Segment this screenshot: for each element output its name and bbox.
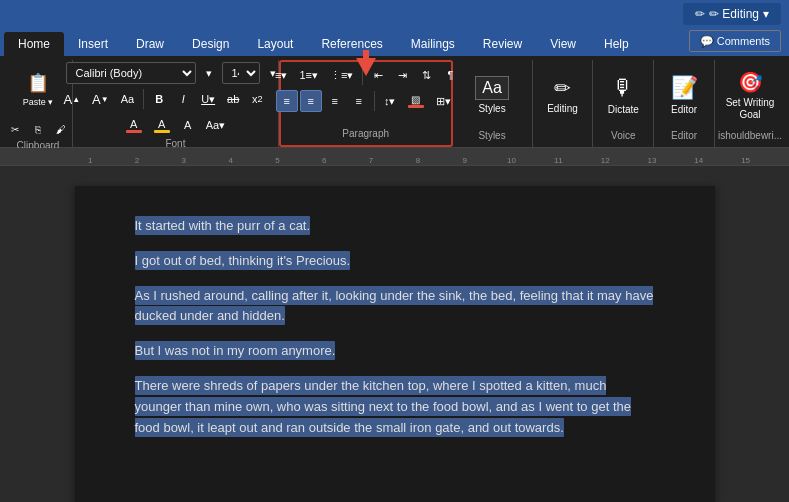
italic-button[interactable]: I [172, 88, 194, 110]
increase-indent-button[interactable]: ⇥ [391, 64, 413, 86]
ruler-mark: 4 [207, 157, 254, 165]
editing-button[interactable]: ✏ Editing [533, 62, 591, 128]
ruler-mark: 14 [675, 157, 722, 165]
text-effects-button[interactable]: A [177, 114, 199, 136]
ruler-mark: 5 [254, 157, 301, 165]
dictate-button[interactable]: 🎙 Dictate [594, 62, 652, 128]
ruler-mark: 7 [348, 157, 395, 165]
highlight-color-button[interactable]: A [149, 114, 175, 136]
decrease-font-button[interactable]: A▼ [87, 88, 114, 110]
show-formatting-button[interactable]: ¶ [439, 64, 461, 86]
increase-font-button[interactable]: A▲ [59, 88, 86, 110]
ruler-mark: 3 [160, 157, 207, 165]
editor-group-label: Editor [671, 130, 697, 145]
ruler-mark: 11 [535, 157, 582, 165]
ruler: 1 2 3 4 5 6 7 8 9 10 11 12 13 14 15 [0, 148, 789, 166]
microphone-icon: 🎙 [612, 75, 634, 101]
ruler-mark: 10 [488, 157, 535, 165]
writing-goal-button[interactable]: 🎯 Set Writing Goal [716, 62, 784, 128]
font-size-select[interactable]: 14 [222, 62, 260, 84]
cut-button[interactable]: ✂ [4, 120, 26, 138]
bullets-button[interactable]: ≡▾ [270, 64, 292, 86]
underline-button[interactable]: U▾ [196, 88, 220, 110]
borders-button[interactable]: ⊞▾ [431, 90, 456, 112]
editor-icon: 📝 [671, 75, 698, 101]
selected-text-5: There were shreds of papers under the ki… [135, 376, 631, 437]
ribbon-group-editing: ✏ Editing [533, 60, 594, 147]
align-center-button[interactable]: ≡ [300, 90, 322, 112]
tab-review[interactable]: Review [469, 32, 536, 56]
ribbon-group-editor: 📝 Editor Editor [654, 60, 715, 147]
line-spacing-button[interactable]: ↕▾ [379, 90, 401, 112]
strikethrough-button[interactable]: ab [222, 88, 244, 110]
styles-icon: Aa [475, 76, 509, 100]
comments-button[interactable]: 💬 Comments [689, 30, 781, 52]
copy-button[interactable]: ⎘ [27, 120, 49, 138]
ribbon-group-paragraph: ≡▾ 1≡▾ ⋮≡▾ ⇤ ⇥ ⇅ ¶ ≡ ≡ ≡ ≡ ↕▾ ▧ ⊞▾ Parag… [279, 60, 453, 147]
align-left-button[interactable]: ≡ [276, 90, 298, 112]
ruler-mark: 15 [722, 157, 769, 165]
editing-mode-indicator[interactable]: ✏ ✏ Editing ▾ [683, 3, 781, 25]
selected-text-1: It started with the purr of a cat. [135, 216, 311, 235]
title-bar: ✏ ✏ Editing ▾ [0, 0, 789, 28]
styles-button[interactable]: Aa Styles [457, 62, 527, 128]
ruler-mark: 2 [114, 157, 161, 165]
tab-insert[interactable]: Insert [64, 32, 122, 56]
multilevel-list-button[interactable]: ⋮≡▾ [325, 64, 358, 86]
document-area[interactable]: It started with the purr of a cat. I got… [0, 166, 789, 502]
paragraph-3: As I rushed around, calling after it, lo… [135, 286, 655, 328]
ribbon: 📋 Paste ▾ ✂ ⎘ 🖌 Clipboard Calibri (Body)… [0, 56, 789, 148]
selected-text-4: But I was not in my room anymore. [135, 341, 336, 360]
ruler-mark: 13 [629, 157, 676, 165]
tab-design[interactable]: Design [178, 32, 243, 56]
tab-help[interactable]: Help [590, 32, 643, 56]
decrease-indent-button[interactable]: ⇤ [367, 64, 389, 86]
editing-label: ✏ Editing [709, 7, 759, 21]
numbering-button[interactable]: 1≡▾ [294, 64, 323, 86]
tab-layout[interactable]: Layout [243, 32, 307, 56]
editing-caret-icon: ▾ [763, 7, 769, 21]
font-name-caret[interactable]: ▾ [198, 62, 220, 84]
justify-button[interactable]: ≡ [348, 90, 370, 112]
tab-home[interactable]: Home [4, 32, 64, 56]
ruler-mark: 1 [67, 157, 114, 165]
ruler-mark: 12 [582, 157, 629, 165]
ruler-mark: 6 [301, 157, 348, 165]
change-case-button[interactable]: Aa▾ [201, 114, 230, 136]
paragraph-4: But I was not in my room anymore. [135, 341, 655, 362]
tab-draw[interactable]: Draw [122, 32, 178, 56]
paragraph-group-label: Paragraph [342, 128, 389, 143]
ribbon-group-voice: 🎙 Dictate Voice [593, 60, 654, 147]
font-color-button[interactable]: A [121, 114, 147, 136]
tab-mailings[interactable]: Mailings [397, 32, 469, 56]
selected-text-3: As I rushed around, calling after it, lo… [135, 286, 654, 326]
sort-button[interactable]: ⇅ [415, 64, 437, 86]
ribbon-group-writing-goal: 🎯 Set Writing Goal ishouldbewri... [715, 60, 785, 147]
shading-button[interactable]: ▧ [403, 90, 429, 112]
editing-icon: ✏ [554, 76, 571, 100]
paragraph-1: It started with the purr of a cat. [135, 216, 655, 237]
ruler-mark: 9 [441, 157, 488, 165]
document-page: It started with the purr of a cat. I got… [75, 186, 715, 502]
paste-icon: 📋 [27, 72, 49, 94]
font-name-select[interactable]: Calibri (Body) [66, 62, 196, 84]
paste-button[interactable]: 📋 Paste ▾ [16, 62, 61, 116]
subscript-button[interactable]: x2 [246, 88, 268, 110]
bold-button[interactable]: B [148, 88, 170, 110]
sep2 [362, 65, 363, 85]
paragraph-2: I got out of bed, thinking it's Precious… [135, 251, 655, 272]
voice-group-label: Voice [611, 130, 635, 145]
ribbon-group-styles: Aa Styles Styles [453, 60, 533, 147]
writing-goal-group-label: ishouldbewri... [718, 130, 782, 145]
ribbon-group-font: Calibri (Body) ▾ 14 ▾ A▲ A▼ Aa B I U▾ ab… [73, 60, 279, 147]
selected-text-2: I got out of bed, thinking it's Precious… [135, 251, 351, 270]
tab-references[interactable]: References [307, 32, 396, 56]
sep3 [374, 91, 375, 111]
format-painter-button[interactable]: 🖌 [50, 120, 72, 138]
tab-view[interactable]: View [536, 32, 590, 56]
sep1 [143, 89, 144, 109]
clear-format-button[interactable]: Aa [116, 88, 139, 110]
ribbon-tabs: Home Insert Draw Design Layout Reference… [0, 28, 789, 56]
align-right-button[interactable]: ≡ [324, 90, 346, 112]
editor-button[interactable]: 📝 Editor [655, 62, 713, 128]
